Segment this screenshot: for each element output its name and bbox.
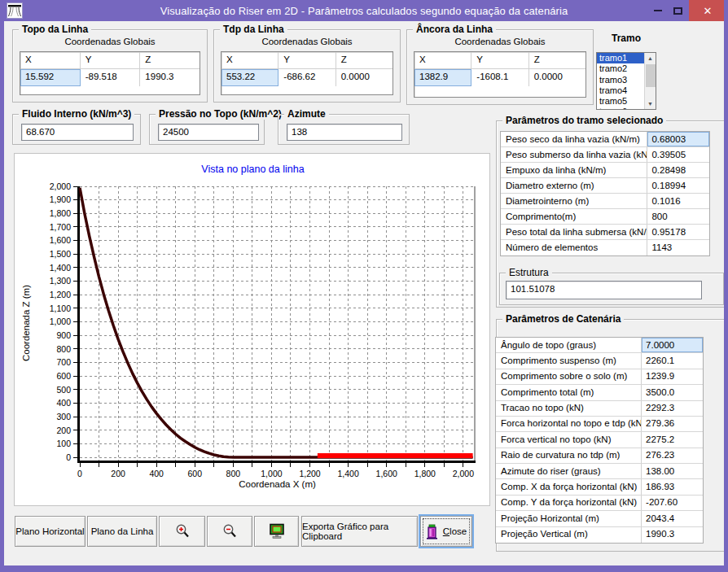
topo-z-cell[interactable]: 1990.3 bbox=[140, 69, 200, 86]
param-value-cell[interactable]: 0.68003 bbox=[647, 132, 709, 146]
tdp-z-cell[interactable]: 0.0000 bbox=[336, 69, 393, 86]
param-value-cell[interactable]: 2275.2 bbox=[642, 432, 703, 447]
tramo-listbox[interactable]: tramo1tramo2tramo3tramo4tramo5tramo6 ▲ ▼ bbox=[596, 52, 656, 110]
exporta-grafico-button[interactable]: Exporta Gráfico para Clipboard bbox=[301, 516, 418, 547]
table-row: Empuxo da linha (kN/m)0.28498 bbox=[501, 163, 709, 178]
param-label: Peso total da linha submersa (kN/m) bbox=[501, 225, 647, 239]
col-header-x: X bbox=[221, 52, 278, 69]
scroll-up-icon[interactable]: ▲ bbox=[647, 53, 653, 63]
topo-x-cell[interactable]: 15.592 bbox=[20, 69, 81, 86]
param-value-cell[interactable]: 276.23 bbox=[642, 448, 703, 463]
y-tick-label: 400 bbox=[56, 398, 71, 408]
scroll-down-icon[interactable]: ▼ bbox=[647, 98, 653, 109]
y-tick-label: 1,500 bbox=[50, 249, 71, 259]
tramo-scrollbar[interactable]: ▲ ▼ bbox=[644, 53, 656, 109]
tramo-list-items: tramo1tramo2tramo3tramo4tramo5tramo6 bbox=[597, 53, 644, 109]
plot-right-border bbox=[475, 186, 476, 462]
param-value-cell[interactable]: 7.0000 bbox=[642, 338, 703, 352]
tramo-option-tramo3[interactable]: tramo3 bbox=[597, 75, 644, 85]
param-label: Diametrointerno (m) bbox=[501, 194, 647, 208]
y-tick-label: 0 bbox=[66, 452, 71, 462]
ancora-z-cell[interactable]: 0.0000 bbox=[529, 69, 585, 86]
tramo-option-tramo4[interactable]: tramo4 bbox=[597, 85, 644, 96]
param-value-cell[interactable]: 1990.3 bbox=[642, 527, 703, 543]
param-label: Comprimento(m) bbox=[501, 209, 647, 224]
y-tick-label: 600 bbox=[56, 371, 71, 381]
param-value-cell[interactable]: 0.39505 bbox=[647, 147, 709, 162]
y-axis-label: Coordenada Z (m) bbox=[21, 266, 31, 380]
table-row: Tracao no topo (kN)2292.3 bbox=[496, 401, 703, 417]
ancora-x-cell[interactable]: 1382.9 bbox=[414, 69, 471, 86]
topo-coord-grid: X Y Z 15.592 -89.518 1990.3 bbox=[20, 51, 200, 95]
zoom-in-button[interactable] bbox=[159, 516, 205, 547]
x-tick-label: 600 bbox=[187, 469, 202, 478]
param-value-cell[interactable]: 2043.4 bbox=[642, 511, 703, 526]
tdp-x-cell[interactable]: 553.22 bbox=[221, 69, 278, 86]
monitor-button[interactable] bbox=[254, 516, 299, 547]
tramo-option-tramo1[interactable]: tramo1 bbox=[597, 53, 644, 63]
y-axis-line bbox=[77, 186, 80, 463]
group-fluido-interno: Fluido Interno (kN/m^3) 68.670 bbox=[12, 114, 141, 145]
plano-da-linha-button[interactable]: Plano da Linha bbox=[87, 516, 157, 547]
y-tick-label: 700 bbox=[56, 357, 71, 367]
param-value-cell[interactable]: 0.95178 bbox=[647, 225, 709, 239]
param-value-cell[interactable]: 3500.0 bbox=[642, 385, 703, 400]
param-value-cell[interactable]: 0.28498 bbox=[647, 163, 709, 177]
fluido-interno-input[interactable]: 68.670 bbox=[21, 124, 134, 141]
table-row: Peso total da linha submersa (kN/m)0.951… bbox=[501, 225, 709, 240]
col-header-z: Z bbox=[336, 52, 393, 69]
table-row: Comprimento suspenso (m)2260.1 bbox=[496, 353, 703, 369]
scrollbar-thumb[interactable] bbox=[646, 64, 656, 87]
azimute-label: Azimute bbox=[284, 108, 329, 120]
param-value-cell[interactable]: 279.36 bbox=[642, 417, 703, 431]
group-parametros-tramo: Parâmetros do tramo selecionado Peso sec… bbox=[496, 120, 727, 308]
param-label: Comprimento suspenso (m) bbox=[496, 353, 642, 368]
azimute-input[interactable]: 138 bbox=[287, 124, 402, 141]
param-value-cell[interactable]: 800 bbox=[647, 209, 709, 224]
y-tick-label: 1,000 bbox=[50, 317, 71, 326]
param-value-cell[interactable]: -207.60 bbox=[642, 496, 703, 510]
zoom-out-icon bbox=[221, 523, 238, 539]
close-window-button[interactable]: ✕ bbox=[689, 0, 726, 21]
param-value-cell[interactable]: 1143 bbox=[647, 240, 709, 255]
col-header-y: Y bbox=[278, 52, 335, 69]
param-label: Raio de curvatura no tdp (m) bbox=[496, 448, 642, 463]
close-button[interactable]: Close bbox=[420, 516, 472, 547]
plano-horizontal-button[interactable]: Plano Horizontal bbox=[15, 516, 86, 547]
close-icon: ✕ bbox=[704, 6, 713, 16]
table-row: Número de elementos1143 bbox=[501, 240, 709, 255]
tramo-option-tramo6[interactable]: tramo6 bbox=[597, 107, 644, 109]
param-value-cell[interactable]: 2292.3 bbox=[642, 401, 703, 416]
minimize-button[interactable] bbox=[648, 0, 668, 21]
title-bar[interactable]: Visualização do Riser em 2D - Parâmetros… bbox=[0, 0, 728, 21]
param-value-cell[interactable]: 1239.9 bbox=[642, 369, 703, 384]
y-tick-label: 300 bbox=[56, 412, 71, 421]
y-tick-label: 500 bbox=[56, 385, 71, 395]
axis-ticks bbox=[73, 186, 463, 467]
maximize-button[interactable] bbox=[668, 0, 687, 21]
zoom-out-button[interactable] bbox=[207, 516, 252, 547]
chart-panel[interactable]: Vista no plano da linha 0100200300400500… bbox=[14, 153, 490, 506]
col-header-x: X bbox=[20, 52, 81, 69]
param-value-cell[interactable]: 0.1016 bbox=[647, 194, 709, 208]
param-label: Azimute do riser (graus) bbox=[496, 464, 642, 478]
tdp-coord-grid: X Y Z 553.22 -686.62 0.0000 bbox=[221, 51, 393, 95]
group-parametros-catenaria: Parâmetros de Catenária Ângulo de topo (… bbox=[496, 319, 727, 552]
ancora-y-cell[interactable]: -1608.1 bbox=[471, 69, 528, 86]
riser-2d-chart[interactable]: 01002003004005006007008009001,0001,1001,… bbox=[15, 154, 491, 507]
topo-y-cell[interactable]: -89.518 bbox=[81, 69, 141, 86]
pressao-topo-input[interactable]: 24500 bbox=[158, 124, 259, 141]
param-value-cell[interactable]: 0.18994 bbox=[647, 178, 709, 193]
y-tick-label: 1,600 bbox=[50, 235, 71, 245]
y-tick-label: 1,200 bbox=[50, 290, 71, 299]
param-value-cell[interactable]: 186.93 bbox=[642, 479, 703, 494]
tramo-option-tramo5[interactable]: tramo5 bbox=[597, 96, 644, 107]
monitor-icon bbox=[268, 523, 286, 539]
coordenadas-globais-label: Coordenadas Globais bbox=[407, 37, 593, 46]
param-value-cell[interactable]: 2260.1 bbox=[642, 353, 703, 368]
tramo-option-tramo2[interactable]: tramo2 bbox=[597, 63, 644, 74]
estrutura-input[interactable]: 101.51078 bbox=[506, 281, 702, 299]
param-label: Projeção Horizontal (m) bbox=[496, 511, 642, 526]
param-value-cell[interactable]: 138.00 bbox=[642, 464, 703, 478]
tdp-y-cell[interactable]: -686.62 bbox=[278, 69, 335, 86]
